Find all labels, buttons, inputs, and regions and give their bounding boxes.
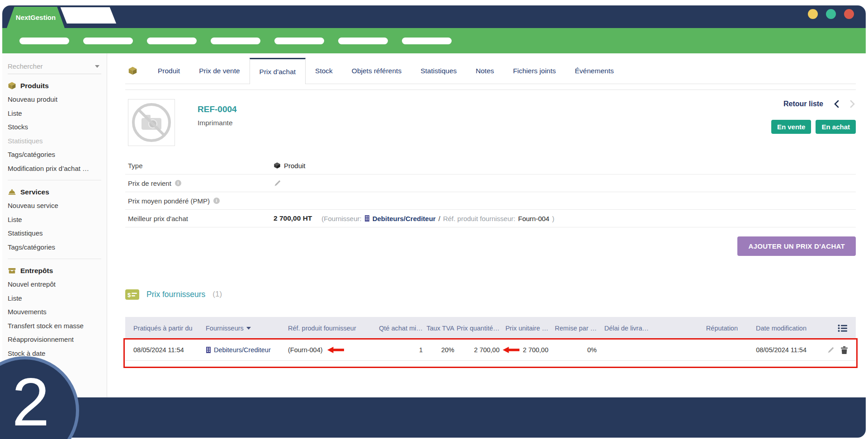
- info-icon: i: [175, 180, 181, 186]
- back-to-list-link[interactable]: Retour liste: [783, 100, 823, 108]
- header-prix-quantite[interactable]: Prix quantité…: [454, 325, 500, 332]
- sidebar-item-mouvements[interactable]: Mouvements: [2, 305, 107, 319]
- sidebar: Produits Nouveau produit Liste Stocks St…: [2, 53, 107, 397]
- sidebar-item-statistiques-services[interactable]: Statistiques: [2, 227, 107, 241]
- box-icon: [8, 81, 16, 90]
- search-input[interactable]: [8, 60, 101, 74]
- header-delai-livraison[interactable]: Délai de livra…: [597, 325, 649, 332]
- app-frame: NextGestion: [2, 5, 866, 438]
- nav-pill: [83, 38, 133, 44]
- nav-pill: [338, 38, 388, 44]
- supplier-link[interactable]: Debiteurs/Crediteur: [373, 215, 436, 222]
- sidebar-item-modification-prix-achat[interactable]: Modification prix d’achat …: [2, 162, 107, 176]
- sidebar-section-services: Services: [2, 188, 107, 196]
- sidebar-item-liste-services[interactable]: Liste: [2, 213, 107, 227]
- tab-fichiers-joints[interactable]: Fichiers joints: [504, 58, 566, 84]
- main-navbar: [2, 28, 866, 53]
- divider: [8, 259, 101, 259]
- close-dot[interactable]: [844, 9, 854, 19]
- sidebar-item-statistiques-produits: Statistiques: [2, 134, 107, 148]
- cell-qty-min: 1: [374, 346, 423, 354]
- on-purchase-badge[interactable]: En achat: [816, 120, 856, 134]
- red-arrow-left-icon: [327, 346, 344, 354]
- sidebar-item-stocks[interactable]: Stocks: [2, 120, 107, 134]
- tab-statistiques[interactable]: Statistiques: [411, 58, 466, 84]
- trash-icon[interactable]: [841, 346, 848, 354]
- header-date-modification[interactable]: Date modification: [738, 325, 807, 332]
- no-photo-icon: [131, 102, 172, 143]
- chevron-right-icon[interactable]: [849, 100, 856, 108]
- sidebar-item-tags-categories-services[interactable]: Tags/catégories: [2, 241, 107, 255]
- tab-notes[interactable]: Notes: [466, 58, 504, 84]
- header-pratiques[interactable]: Pratiqués à partir du: [125, 325, 206, 332]
- cell-qty-price: 2 700,00: [454, 346, 500, 354]
- header-qte-achat[interactable]: Qté achat mi…: [374, 325, 423, 332]
- nav-pill: [211, 38, 260, 44]
- svg-text:$: $: [127, 291, 131, 298]
- table-row[interactable]: 08/05/2024 11:54 Debiteurs/Crediteur (Fo…: [125, 340, 856, 361]
- sidebar-search[interactable]: [8, 60, 101, 74]
- sidebar-item-tags-categories-produits[interactable]: Tags/catégories: [2, 148, 107, 162]
- best-price-value: 2 700,00 HT: [274, 214, 312, 222]
- header-taux-tva[interactable]: Taux TVA: [423, 325, 454, 332]
- detail-row-prix-de-revient: Prix de revient i: [125, 175, 856, 192]
- header-ref-produit[interactable]: Réf. produit fournisseur: [288, 325, 374, 332]
- add-purchase-price-button[interactable]: AJOUTER UN PRIX D'ACHAT: [737, 236, 856, 256]
- sidebar-section-entrepots: Entrepôts: [2, 266, 107, 275]
- tab-prix-de-vente[interactable]: Prix de vente: [189, 58, 249, 84]
- price-list-icon: $: [125, 289, 139, 300]
- pencil-icon[interactable]: [274, 179, 281, 187]
- sidebar-section-produits: Produits: [2, 81, 107, 90]
- header-fournisseurs[interactable]: Fournisseurs: [206, 325, 288, 332]
- app-logo-text: NextGestion: [16, 14, 56, 21]
- detail-row-type: Type Produit: [125, 157, 856, 175]
- header-reputation[interactable]: Réputation: [699, 325, 738, 332]
- sidebar-item-nouveau-produit[interactable]: Nouveau produit: [2, 93, 107, 107]
- product-name: Imprimante: [198, 119, 233, 127]
- on-sale-badge[interactable]: En vente: [771, 120, 811, 134]
- header-prix-unitaire[interactable]: Prix unitaire …: [500, 325, 548, 332]
- supplier-ref-value: Fourn-004: [518, 215, 549, 222]
- sidebar-item-nouveau-service[interactable]: Nouveau service: [2, 199, 107, 213]
- product-reference: REF-0004: [198, 104, 237, 114]
- cloche-icon: [8, 188, 16, 196]
- edit-pencil-icon[interactable]: [827, 346, 835, 354]
- type-value: Produit: [284, 162, 306, 170]
- nav-pill: [274, 38, 324, 44]
- footer-band: [2, 397, 866, 438]
- main-content: Produit Prix de vente Prix d'achat Stock…: [107, 53, 866, 397]
- app-body: Produits Nouveau produit Liste Stocks St…: [2, 53, 866, 397]
- sidebar-item-reapprovisionnement[interactable]: Réapprovisionnement: [2, 333, 107, 347]
- chevron-left-icon[interactable]: [833, 100, 840, 108]
- nextgestion-app-screenshot: NextGestion: [0, 0, 868, 439]
- step-number: 2: [12, 363, 49, 439]
- detail-row-pmp: Prix moyen pondéré (PMP) i: [125, 192, 856, 210]
- product-details: Type Produit Prix de revient i: [125, 157, 856, 227]
- sidebar-item-nouvel-entrepot[interactable]: Nouvel entrepôt: [2, 278, 107, 292]
- sidebar-item-transfert-stock[interactable]: Transfert stock en masse: [2, 319, 107, 333]
- info-icon: i: [213, 198, 220, 204]
- sidebar-item-liste-entrepots[interactable]: Liste: [2, 292, 107, 306]
- header-remise[interactable]: Remise par …: [548, 325, 597, 332]
- column-settings-icon[interactable]: [838, 324, 848, 332]
- tab-objets-referents[interactable]: Objets référents: [342, 58, 411, 84]
- chevron-down-icon[interactable]: [95, 65, 99, 68]
- cell-discount: 0%: [548, 346, 597, 354]
- tab-stock[interactable]: Stock: [306, 58, 342, 84]
- package-icon: [125, 58, 148, 84]
- sidebar-item-liste-produits[interactable]: Liste: [2, 107, 107, 121]
- product-image-placeholder: [128, 99, 175, 146]
- brand-tab[interactable]: NextGestion: [7, 7, 65, 28]
- cube-icon: [274, 162, 281, 169]
- supplier-link[interactable]: Debiteurs/Crediteur: [214, 346, 271, 354]
- tab-produit[interactable]: Produit: [148, 58, 189, 84]
- cell-vat: 20%: [423, 346, 454, 354]
- cell-supplier-ref: (Fourn-004): [288, 346, 374, 354]
- tab-prix-achat[interactable]: Prix d'achat: [250, 58, 306, 84]
- minimize-dot[interactable]: [808, 9, 818, 19]
- detail-row-meilleur-prix: Meilleur prix d'achat 2 700,00 HT (Fourn…: [125, 210, 856, 227]
- tab-evenements[interactable]: Événements: [566, 58, 623, 84]
- maximize-dot[interactable]: [826, 9, 836, 19]
- cell-date-from: 08/05/2024 11:54: [125, 346, 206, 354]
- header-actions: Retour liste En vente En achat: [771, 100, 856, 134]
